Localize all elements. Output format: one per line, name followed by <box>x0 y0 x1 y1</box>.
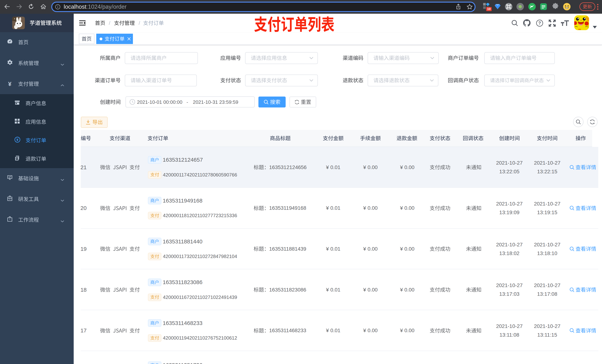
svg-text:¥: ¥ <box>16 138 19 142</box>
svg-text:?: ? <box>538 21 541 26</box>
